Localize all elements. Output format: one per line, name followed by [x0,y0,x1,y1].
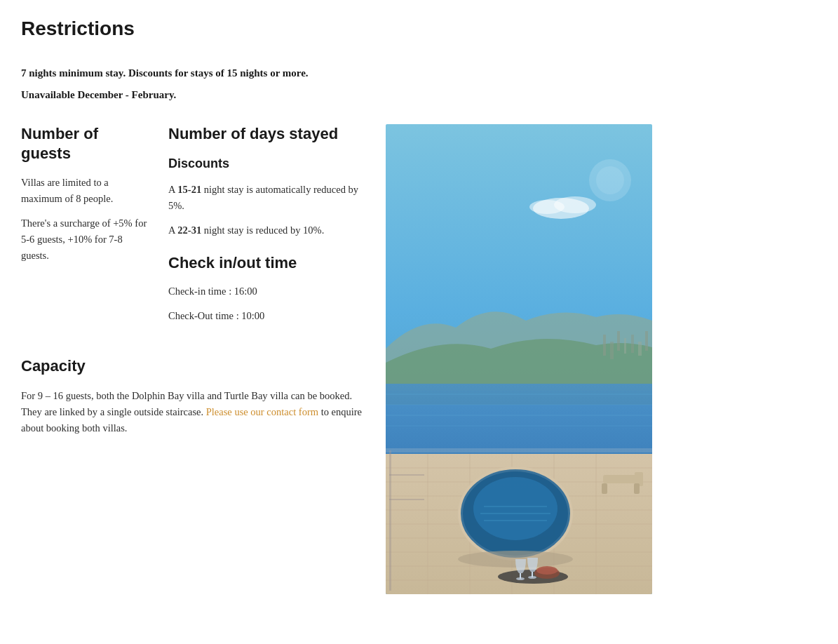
checkin-label: Check-in time : 16:00 [168,283,365,300]
svg-rect-43 [602,483,607,494]
discount2-prefix: A [168,224,177,236]
svg-point-24 [473,477,557,540]
page-title: Restrictions [21,14,817,43]
svg-rect-34 [638,342,642,356]
restrictions-unavailable: Unavailable December - February. [21,87,817,103]
discount2-text: A 22-31 night stay is reduced by 10%. [168,222,365,239]
restrictions-info: 7 nights minimum stay. Discounts for sta… [21,65,817,103]
svg-rect-29 [603,335,606,356]
checkout-label: Check-Out time : 10:00 [168,308,365,324]
discount2-suffix: night stay is reduced by 10%. [201,224,324,236]
discount1-bold: 15-21 [177,184,201,195]
svg-rect-30 [610,342,614,359]
checkinout-section: Check in/out time Check-in time : 16:00 … [168,253,365,325]
svg-rect-35 [645,331,648,351]
guests-text2: There's a surcharge of +5% for 5-6 guest… [21,215,147,264]
guests-days-section: Number of guests Villas are limited to a… [21,124,365,333]
discount2-bold: 22-31 [177,224,201,236]
content-layout: Number of guests Villas are limited to a… [21,124,817,594]
capacity-heading: Capacity [21,354,365,377]
days-column: Number of days stayed Discounts A 15-21 … [168,124,365,333]
discount1-prefix: A [168,184,177,195]
right-column [365,124,817,594]
svg-rect-52 [389,450,391,591]
restrictions-minimum-stay: 7 nights minimum stay. Discounts for sta… [21,65,817,81]
svg-point-51 [536,566,557,575]
svg-point-49 [528,576,536,579]
guests-text1: Villas are limited to a maximum of 8 peo… [21,175,147,207]
discounts-heading: Discounts [168,154,365,173]
svg-rect-32 [624,338,626,354]
checkinout-heading: Check in/out time [168,253,365,274]
left-column: Number of guests Villas are limited to a… [21,124,365,594]
svg-point-37 [596,166,624,194]
villa-image [386,124,652,594]
svg-rect-55 [386,448,652,452]
page-container: Restrictions 7 nights minimum stay. Disc… [0,0,838,608]
capacity-section: Capacity For 9 – 16 guests, both the Dol… [21,354,365,437]
svg-rect-31 [617,331,620,351]
svg-rect-44 [634,483,640,494]
contact-form-link[interactable]: Please use our contact form [206,406,318,417]
svg-point-47 [516,577,525,580]
svg-point-40 [529,200,565,214]
guests-heading: Number of guests [21,124,147,164]
discount1-text: A 15-21 night stay is automatically redu… [168,182,365,214]
guests-column: Number of guests Villas are limited to a… [21,124,147,333]
svg-rect-33 [631,335,634,353]
days-heading: Number of days stayed [168,124,365,145]
capacity-text: For 9 – 16 guests, both the Dolphin Bay … [21,388,365,437]
